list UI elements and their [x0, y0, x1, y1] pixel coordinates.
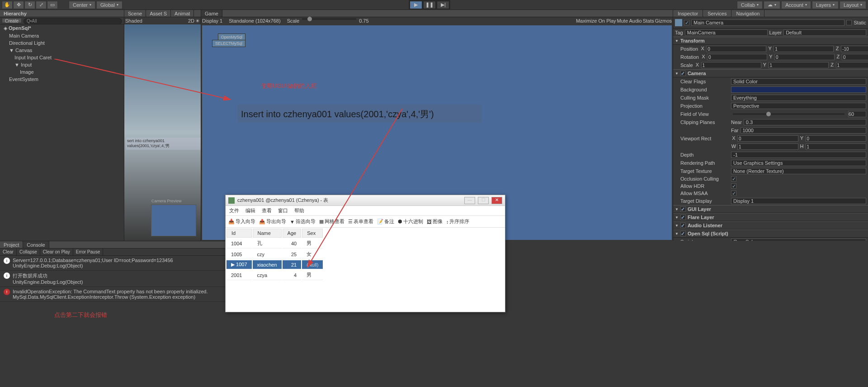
scale-slider[interactable]	[302, 18, 356, 20]
scl-x[interactable]	[701, 62, 761, 68]
vp-y[interactable]	[806, 135, 867, 142]
hand-tool[interactable]: ✋	[2, 1, 13, 9]
minimize-button[interactable]: —	[464, 197, 475, 204]
vp-x[interactable]	[737, 135, 798, 142]
display-dropdown[interactable]: Display 1	[202, 18, 222, 24]
active-checkbox[interactable]: ✓	[684, 20, 689, 25]
rot-x[interactable]	[707, 54, 767, 60]
edit-menu[interactable]: 编辑	[245, 207, 255, 214]
project-tab[interactable]: Project	[0, 241, 23, 248]
select-mysql-button[interactable]: SELECTMySql	[212, 40, 245, 47]
close-button[interactable]: ✕	[491, 197, 502, 204]
target-display-dropdown[interactable]	[731, 198, 866, 204]
animation-tab[interactable]: Animat	[171, 10, 194, 17]
audio-listener-header[interactable]: ✓Audio Listener	[673, 221, 868, 229]
asset-store-tab[interactable]: Asset S	[146, 10, 171, 17]
console-message[interactable]: !InvalidOperationException: The CommandT…	[0, 287, 225, 302]
grid-view[interactable]: ▦网格查看	[319, 218, 344, 225]
help-menu[interactable]: 帮助	[294, 207, 304, 214]
layout-dropdown[interactable]: Layout	[840, 1, 866, 9]
camera-header[interactable]: ✓Camera	[673, 69, 868, 77]
view-menu[interactable]: 查看	[262, 207, 272, 214]
rect-tool[interactable]: ▭	[47, 1, 58, 9]
fov-value[interactable]	[848, 111, 866, 117]
image-button[interactable]: 🖼图像	[427, 218, 443, 225]
scene-tab[interactable]: Scene	[124, 10, 146, 17]
col-age[interactable]: Age	[283, 229, 302, 238]
table-row[interactable]: ▶ 1007xiaochen21(Null)	[226, 260, 323, 269]
msaa-checkbox[interactable]: ✓	[731, 191, 736, 196]
gui-layer-header[interactable]: ✓GUI Layer	[673, 205, 868, 213]
col-id[interactable]: Id	[226, 229, 252, 238]
layers-dropdown[interactable]: Layers	[812, 1, 839, 9]
object-name-field[interactable]	[691, 19, 844, 26]
projection-dropdown[interactable]	[731, 103, 866, 109]
sql-input-field[interactable]: Insert into czhenya001 values(2001,'czya…	[237, 105, 481, 123]
table-row[interactable]: 1005czy25女	[226, 249, 323, 259]
hierarchy-item[interactable]: Input Input Caret	[0, 54, 124, 61]
scene-root[interactable]: ◈ OpenSql*	[0, 24, 124, 32]
step-button[interactable]: ▶|	[437, 1, 449, 9]
clear-button[interactable]: Clear	[0, 248, 17, 255]
hierarchy-item[interactable]: EventSystem	[0, 76, 124, 83]
space-toggle[interactable]: Global	[96, 1, 123, 9]
game-tab[interactable]: Game	[201, 10, 222, 17]
pause-button[interactable]: ❚❚	[423, 1, 436, 9]
form-view[interactable]: ☰表单查看	[348, 218, 373, 225]
error-pause-toggle[interactable]: Error Pause	[73, 248, 103, 255]
far-field[interactable]	[741, 127, 867, 134]
collab-dropdown[interactable]: Collab	[737, 1, 763, 9]
hex-button[interactable]: ⬢十六进制	[398, 218, 423, 225]
rot-y[interactable]	[774, 54, 835, 60]
depth-field[interactable]	[731, 152, 866, 158]
play-button[interactable]: ▶	[410, 1, 422, 9]
gizmos-dropdown[interactable]: Gizmos	[655, 18, 672, 24]
filter-wizard[interactable]: ▼筛选向导	[290, 218, 316, 225]
stats-toggle[interactable]: Stats	[643, 18, 654, 24]
move-tool[interactable]: ✥	[13, 1, 24, 9]
tag-dropdown[interactable]	[685, 29, 768, 36]
console-tab[interactable]: Console	[23, 241, 49, 248]
pos-x[interactable]	[706, 46, 766, 52]
flare-layer-header[interactable]: ✓Flare Layer	[673, 213, 868, 221]
create-dropdown[interactable]: Create	[2, 18, 22, 23]
scl-z[interactable]	[836, 62, 868, 68]
static-checkbox[interactable]	[846, 20, 852, 25]
hierarchy-item[interactable]: ▼ Input	[0, 61, 124, 68]
2d-toggle[interactable]: 2D	[188, 18, 194, 24]
col-name[interactable]: Name	[253, 229, 282, 238]
hierarchy-tab[interactable]: Hierarchy	[0, 10, 124, 17]
sort-asc[interactable]: ↕升序排序	[446, 218, 470, 225]
hierarchy-item[interactable]: ▼ Canvas	[0, 47, 124, 54]
vp-w[interactable]	[737, 143, 798, 150]
hierarchy-search[interactable]: Q•All	[24, 18, 122, 24]
scene-view[interactable]: sert into czhenya001 values(2001,'czya',…	[124, 24, 201, 241]
occlusion-checkbox[interactable]: ✓	[731, 176, 736, 182]
pos-y[interactable]	[774, 46, 834, 52]
account-dropdown[interactable]: Account	[781, 1, 811, 9]
import-wizard[interactable]: 📥导入向导	[228, 218, 255, 225]
services-tab[interactable]: Services	[703, 10, 731, 17]
aspect-dropdown[interactable]: Standalone (1024x768)	[229, 18, 280, 24]
light-toggle[interactable]: ☀	[195, 18, 200, 24]
rot-z[interactable]	[842, 54, 868, 60]
memo-button[interactable]: 📝备注	[377, 218, 394, 225]
console-message[interactable]: iServer=127.0.0.1;Database=czhenya01;Use…	[0, 256, 225, 271]
shading-mode[interactable]: Shaded	[125, 18, 142, 24]
pivot-toggle[interactable]: Center	[69, 1, 95, 9]
background-color[interactable]	[731, 86, 866, 93]
fov-slider[interactable]	[733, 113, 844, 115]
console-message[interactable]: i打开数据库成功UnityEngine.Debug:Log(Object)	[0, 271, 225, 287]
target-texture-field[interactable]	[731, 168, 866, 174]
hierarchy-item[interactable]: Image	[0, 68, 124, 76]
table-row[interactable]: 1004孔40男	[226, 239, 323, 248]
scale-tool[interactable]: ⤢	[36, 1, 47, 9]
rotate-tool[interactable]: ↻	[24, 1, 35, 9]
clear-flags-dropdown[interactable]	[731, 78, 866, 85]
scl-y[interactable]	[769, 62, 829, 68]
rendering-path-dropdown[interactable]	[731, 160, 866, 166]
layer-dropdown[interactable]	[783, 29, 866, 36]
inspector-tab[interactable]: Inspector	[673, 10, 703, 17]
vp-h[interactable]	[806, 143, 867, 150]
near-field[interactable]	[744, 119, 866, 125]
